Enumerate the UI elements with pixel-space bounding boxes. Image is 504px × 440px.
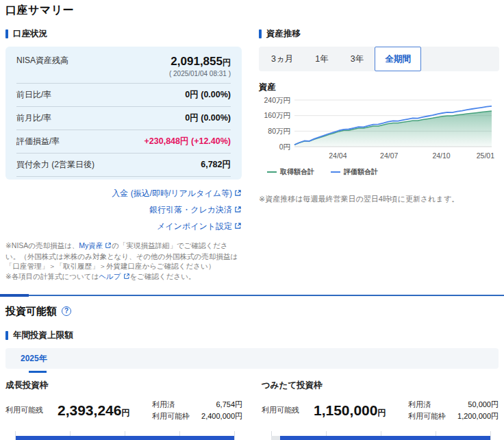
legend-swatch-acquisition <box>267 171 277 173</box>
cap-label: 利用可能枠 <box>152 411 190 422</box>
period-tabbar: 3ヵ月 1年 3年 全期間 <box>259 47 499 71</box>
yen-unit: 円 <box>223 58 231 67</box>
svg-text:80万円: 80万円 <box>268 127 290 135</box>
year-tab-indicator <box>29 371 47 373</box>
section-divider <box>0 295 504 296</box>
usage-mini-table: 利用済50,000円 利用可能枠1,200,000円 <box>408 399 499 422</box>
help-link[interactable]: ヘルプ <box>99 272 129 280</box>
axis-tick <box>490 431 491 440</box>
account-status-column: 口座状況 NISA資産残高 2,091,855円 ( 2025/01/04 08… <box>5 28 242 282</box>
row-value: 0円 (0.00%) <box>185 112 231 124</box>
growth-frame-column: 成長投資枠 利用可能残 2,393,246円 利用済6,754円 利用可能枠2,… <box>5 380 242 440</box>
account-status-heading: 口座状況 <box>5 28 242 40</box>
year-tab-panel: 2025年 <box>5 348 499 369</box>
row-label: 買付余力 (2営業日後) <box>16 159 94 171</box>
external-link-icon <box>234 206 242 215</box>
legend-item: 評価額合計 <box>331 167 378 177</box>
table-row: 前日比/率 0円 (0.00%) <box>16 84 231 107</box>
yen-unit: 円 <box>121 408 129 417</box>
asset-trend-chart: 240万円160万円80万円0円24/0424/0724/1025/01 <box>259 95 499 164</box>
my-assets-link[interactable]: My資産 <box>79 241 112 249</box>
used-label: 利用済 <box>408 399 431 411</box>
row-label: NISA資産残高 <box>16 55 68 66</box>
chart-title: 資産 <box>259 82 499 93</box>
row-value: 0円 (0.00%) <box>185 89 231 101</box>
table-row: 買付余力 (2営業日後) 6,782円 <box>16 154 231 177</box>
section-accent-bar <box>5 29 8 38</box>
remaining-value: 2,393,246 <box>58 402 121 418</box>
section-accent-bar <box>5 331 8 340</box>
svg-text:24/04: 24/04 <box>329 151 346 160</box>
svg-text:24/10: 24/10 <box>432 151 450 160</box>
footnotes: ※NISAの売却損益は、My資産の「実現損益詳細」でご確認ください。（外国株式は… <box>5 241 242 282</box>
top-section: 口座状況 NISA資産残高 2,091,855円 ( 2025/01/04 08… <box>5 28 499 282</box>
investment-frames: 成長投資枠 利用可能残 2,393,246円 利用済6,754円 利用可能枠2,… <box>5 380 499 440</box>
used-value: 6,754円 <box>216 399 242 411</box>
bank-debit-link[interactable]: 銀行引落・クレカ決済 <box>5 204 242 216</box>
tab-3months[interactable]: 3ヵ月 <box>260 47 304 71</box>
table-row: 前月比/率 0円 (0.00%) <box>16 107 231 130</box>
profit-loss-value: +230,848円 (+12.40%) <box>144 136 231 147</box>
svg-text:25/01: 25/01 <box>477 151 494 160</box>
used-value: 50,000円 <box>468 399 499 411</box>
investable-amount-title: 投資可能額 <box>5 305 499 318</box>
footnote-line: ※各項目の計算式についてはヘルプをご確認ください。 <box>5 271 242 282</box>
external-link-icon <box>234 189 242 199</box>
tab-all-period[interactable]: 全期間 <box>375 47 421 71</box>
row-label: 評価損益/率 <box>16 136 60 147</box>
main-point-settings-link[interactable]: メインポイント設定 <box>5 221 242 232</box>
bar-fill <box>16 436 234 440</box>
cap-value: 2,400,000円 <box>201 411 242 422</box>
external-link-icon <box>105 241 112 252</box>
account-status-panel: NISA資産残高 2,091,855円 ( 2025/01/04 08:31 )… <box>5 47 242 180</box>
balance-timestamp: ( 2025/01/04 08:31 ) <box>169 70 231 77</box>
account-summary-page: 口座サマリー 口座状況 NISA資産残高 2,091,855円 ( 2025/0… <box>0 0 504 440</box>
divider-accent <box>0 294 29 297</box>
row-value: 6,782円 <box>201 159 231 171</box>
annual-limit-heading: 年間投資上限額 <box>5 330 499 341</box>
usage-progress-bar <box>15 431 234 440</box>
row-label: 前月比/率 <box>16 112 51 124</box>
row-label: 前日比/率 <box>16 89 51 101</box>
bar-fill <box>280 436 490 440</box>
used-label: 利用済 <box>152 399 175 411</box>
external-link-icon <box>234 222 242 232</box>
nisa-balance: 2,091,855円 ( 2025/01/04 08:31 ) <box>169 55 231 77</box>
asset-trend-heading-label: 資産推移 <box>266 28 301 40</box>
chart-legend: 取得額合計 評価額合計 <box>259 167 499 177</box>
annual-limit-heading-label: 年間投資上限額 <box>13 330 73 341</box>
page-title: 口座サマリー <box>5 3 499 18</box>
svg-text:160万円: 160万円 <box>264 111 290 119</box>
frame-stats: 利用可能残 2,393,246円 利用済6,754円 利用可能枠2,400,00… <box>5 399 242 422</box>
tsumitate-frame-column: つみたて投資枠 利用可能残 1,150,000円 利用済50,000円 利用可能… <box>262 380 499 440</box>
remaining-value: 1,150,000 <box>314 402 377 418</box>
account-status-heading-label: 口座状況 <box>13 28 47 40</box>
usage-progress-bar <box>271 431 490 440</box>
legend-item: 取得額合計 <box>267 167 314 177</box>
svg-text:240万円: 240万円 <box>264 96 290 104</box>
external-link-icon <box>123 272 130 282</box>
tab-1year[interactable]: 1年 <box>304 47 339 71</box>
remaining-label: 利用可能残 <box>5 405 48 415</box>
asset-trend-heading: 資産推移 <box>259 28 499 40</box>
remaining-label: 利用可能残 <box>262 405 304 415</box>
tab-year-2025[interactable]: 2025年 <box>21 348 47 369</box>
footnote-line: ※NISAの売却損益は、My資産の「実現損益詳細」でご確認ください。（外国株式は… <box>5 241 242 271</box>
deposit-link[interactable]: 入金 (振込/即時/リアルタイム等) <box>5 188 242 199</box>
asset-trend-column: 資産推移 3ヵ月 1年 3年 全期間 資産 240万円160万円80万円0円24… <box>259 28 499 282</box>
quick-links: 入金 (振込/即時/リアルタイム等) 銀行引落・クレカ決済 メインポイント設定 <box>5 188 242 232</box>
frame-title: つみたて投資枠 <box>262 380 499 391</box>
help-icon[interactable] <box>62 306 71 316</box>
legend-label: 取得額合計 <box>280 167 314 177</box>
table-row: NISA資産残高 2,091,855円 ( 2025/01/04 08:31 ) <box>16 48 231 84</box>
legend-label: 評価額合計 <box>344 167 378 177</box>
section-accent-bar <box>259 29 262 38</box>
nisa-balance-value: 2,091,855 <box>171 55 223 68</box>
usage-mini-table: 利用済6,754円 利用可能枠2,400,000円 <box>152 399 242 422</box>
trend-update-note: ※資産推移は毎週最終営業日の翌日4時頃に更新されます。 <box>259 194 499 204</box>
tab-3years[interactable]: 3年 <box>340 47 375 71</box>
bar-used <box>271 436 280 440</box>
svg-text:24/07: 24/07 <box>380 151 398 160</box>
axis-tick <box>234 431 235 440</box>
frame-stats: 利用可能残 1,150,000円 利用済50,000円 利用可能枠1,200,0… <box>262 399 499 422</box>
